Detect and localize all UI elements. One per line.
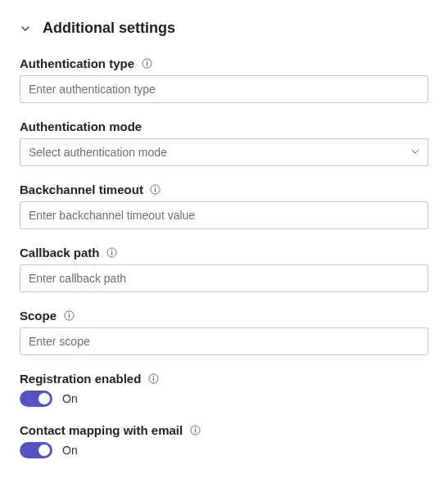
field-label-row: Authentication type <box>20 56 428 70</box>
svg-rect-14 <box>153 377 154 381</box>
section-header[interactable]: Additional settings <box>20 20 428 37</box>
svg-point-7 <box>111 250 112 250</box>
svg-rect-11 <box>68 314 69 318</box>
svg-rect-8 <box>111 251 112 255</box>
field-label-row: Registration enabled <box>20 372 428 386</box>
field-registration-enabled: Registration enabled On <box>20 372 428 407</box>
registration-enabled-toggle[interactable] <box>20 390 52 407</box>
toggle-row: On <box>20 390 428 407</box>
backchannel-timeout-input[interactable] <box>20 201 428 229</box>
field-authentication-mode: Authentication mode Select authenticatio… <box>20 120 428 166</box>
callback-path-input[interactable] <box>20 264 428 292</box>
field-label-row: Authentication mode <box>20 120 428 133</box>
info-icon[interactable] <box>141 58 152 70</box>
chevron-down-icon <box>20 23 31 34</box>
toggle-state-label: On <box>62 392 78 405</box>
field-callback-path: Callback path <box>20 246 428 292</box>
section-title: Additional settings <box>43 20 175 37</box>
svg-rect-17 <box>195 429 196 432</box>
info-icon[interactable] <box>150 184 161 196</box>
svg-point-13 <box>153 376 154 377</box>
field-label-row: Backchannel timeout <box>20 183 428 196</box>
select-display: Select authentication mode <box>20 138 428 166</box>
field-scope: Scope <box>20 309 428 355</box>
field-label: Contact mapping with email <box>20 423 183 437</box>
toggle-knob <box>38 393 50 404</box>
info-icon[interactable] <box>106 247 118 259</box>
toggle-row: On <box>20 442 428 458</box>
field-backchannel-timeout: Backchannel timeout <box>20 183 428 229</box>
field-label: Authentication type <box>20 56 134 70</box>
info-icon[interactable] <box>147 373 159 385</box>
svg-point-1 <box>146 61 147 61</box>
svg-rect-2 <box>146 62 147 65</box>
svg-point-4 <box>155 187 156 187</box>
field-label: Backchannel timeout <box>20 183 143 196</box>
field-label-row: Callback path <box>20 246 428 260</box>
field-contact-mapping: Contact mapping with email On <box>20 423 428 458</box>
field-label: Scope <box>20 309 57 323</box>
info-icon[interactable] <box>63 310 75 322</box>
toggle-state-label: On <box>62 444 78 457</box>
toggle-knob <box>38 445 50 456</box>
info-icon[interactable] <box>189 425 201 436</box>
scope-input[interactable] <box>20 327 428 355</box>
svg-point-16 <box>194 427 195 428</box>
authentication-type-input[interactable] <box>20 75 428 103</box>
authentication-mode-select[interactable]: Select authentication mode <box>20 138 428 166</box>
field-label-row: Scope <box>20 309 428 323</box>
field-authentication-type: Authentication type <box>20 56 428 103</box>
field-label-row: Contact mapping with email <box>20 423 428 437</box>
field-label: Registration enabled <box>20 372 141 386</box>
field-label: Callback path <box>20 246 100 260</box>
field-label: Authentication mode <box>20 120 142 133</box>
contact-mapping-toggle[interactable] <box>20 442 52 458</box>
svg-point-10 <box>68 313 69 314</box>
svg-rect-5 <box>155 188 156 192</box>
